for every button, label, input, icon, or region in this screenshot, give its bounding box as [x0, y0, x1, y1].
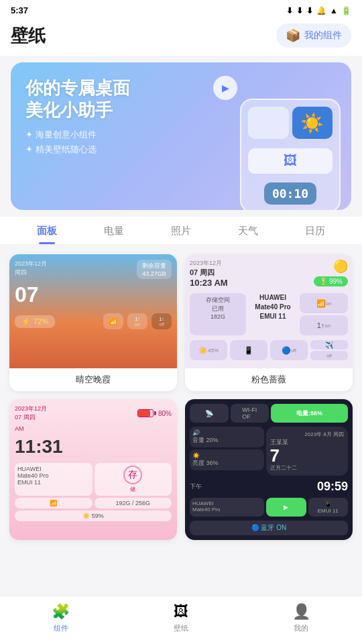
card-label-sunset: 晴空晚霞: [9, 368, 177, 391]
widget-box-icon: 📦: [286, 28, 300, 43]
nav-mine-label: 我的: [294, 623, 308, 633]
status-time: 5:37: [11, 5, 28, 15]
status-bar: 5:37 ⬇ ⬇ ⬇ 🔔 ▲ 🔋: [0, 0, 362, 18]
person-icon: 👤: [292, 603, 310, 621]
c1-battery: ⚡72%: [15, 315, 55, 328]
c1-weekday: 周四: [15, 268, 47, 277]
c2-bluetooth: 🔵off: [270, 340, 308, 360]
image-widget: 🖼: [248, 148, 333, 174]
tab-battery[interactable]: 电量: [99, 217, 129, 244]
c4-cal: 2023年 8月 周四 王某某 7 正月二十二: [266, 427, 349, 476]
c2-battery: 🔋 99%: [314, 276, 348, 286]
c4-phone: 📱EMUI 11: [308, 498, 349, 517]
status-icons: ⬇ ⬇ ⬇ 🔔 ▲ 🔋: [286, 6, 351, 15]
wifi-icon: ▲: [330, 6, 338, 15]
c4-person: 王某某: [270, 438, 345, 447]
nav-widget-label: 组件: [54, 623, 68, 633]
tab-photo[interactable]: 照片: [166, 217, 196, 244]
card-rose[interactable]: 2023年12月 07 周四 10:23 AM 🟡 🔋 99% 存储空间已用18…: [185, 254, 353, 391]
page-title: 壁纸: [11, 24, 46, 48]
download-icon-2: ⬇: [296, 6, 303, 15]
tab-panel-label: 面板: [37, 225, 57, 236]
c3-storage-gb: 192G / 256G: [95, 498, 172, 508]
card-sunset[interactable]: 2023年12月 周四 剩余容量43.27GB 07 ⚡72% 📶 1↑on 1…: [9, 254, 177, 391]
c4-model: HUAWEIMate40 Pro: [190, 498, 264, 517]
c1-day: 07: [15, 282, 172, 307]
card-label-rose: 粉色蔷薇: [185, 368, 353, 391]
phone-mockup: ☀️ 🖼 00:10: [240, 99, 341, 210]
c1-month: 2023年12月: [15, 260, 47, 268]
tab-calendar-label: 日历: [305, 225, 325, 236]
c4-battery: 电量:86%: [271, 404, 348, 423]
c4-top-row: 📡 WI-FIOF 电量:86%: [190, 404, 348, 423]
c4-middle: 🔊音量 20% ☀️亮度 36% 2023年 8月 周四 王某某 7 正月二十二: [190, 427, 348, 476]
c4-ampm: 下午: [190, 482, 202, 491]
c2-model: HUAWEIMate40 ProEMUI 11: [249, 293, 297, 321]
widget-icon: 🧩: [52, 603, 70, 621]
banner-feature-2: ✦ 精美壁纸随心选: [25, 144, 130, 156]
card-preview-rose: 2023年12月 07 周四 10:23 AM 🟡 🔋 99% 存储空间已用18…: [185, 254, 353, 368]
c1-storage-info: 剩余容量43.27GB: [137, 260, 172, 279]
c1-signal-on: 1↑on: [127, 313, 147, 329]
c1-wifi-icon: 📶: [103, 313, 123, 329]
c4-volume: 🔊音量 20%: [190, 427, 264, 447]
c2-screen: 📱: [230, 340, 267, 360]
c4-data-icon: 📡: [190, 404, 229, 423]
my-widget-button[interactable]: 📦 我的组件: [276, 23, 351, 48]
card-dark-partial[interactable]: 📡 WI-FIOF 电量:86% 🔊音量 20% ☀️亮度 36% 2023年 …: [185, 399, 353, 540]
card-pink-partial[interactable]: 2023年12月07 周四 80% AM 11:31 HUAWEIMate40 …: [9, 399, 177, 540]
nav-mine[interactable]: 👤 我的: [292, 603, 310, 633]
nav-widget[interactable]: 🧩 组件: [52, 603, 70, 633]
c2-signal: 1↑on: [300, 315, 348, 335]
banner-feature-1: ✦ 海量创意小组件: [25, 129, 130, 141]
c1-signal-off: 1↑off: [152, 313, 172, 329]
category-tabs: 面板 电量 照片 天气 日历: [0, 217, 362, 245]
c4-cal-header: 2023年 8月 周四: [270, 431, 345, 438]
clock-widget: 00:10: [264, 182, 316, 205]
c3-model-box: HUAWEIMate40 ProEMUI 11: [15, 463, 93, 496]
c2-wifi: 📶on: [300, 293, 348, 313]
nav-wallpaper-label: 壁纸: [174, 623, 188, 633]
card-preview-dark: 📡 WI-FIOF 电量:86% 🔊音量 20% ☀️亮度 36% 2023年 …: [185, 399, 353, 540]
tab-weather-label: 天气: [238, 225, 258, 236]
c3-battery: 80%: [137, 409, 172, 417]
c4-wifi-off: WI-FIOF: [231, 404, 269, 423]
c2-storage: 存储空间已用182G: [190, 293, 246, 335]
c3-widgets: HUAWEIMate40 ProEMUI 11 存 储 📶 192G / 256…: [15, 463, 172, 521]
c3-wifi-box: 📶: [15, 498, 93, 508]
c2-brightness: ☀️45%: [190, 340, 227, 360]
wallpaper-icon: 🖼: [174, 603, 188, 621]
wallpaper-grid: 2023年12月 周四 剩余容量43.27GB 07 ⚡72% 📶 1↑on 1…: [0, 245, 362, 549]
notification-icon: 🔔: [316, 6, 326, 15]
tab-panel[interactable]: 面板: [32, 217, 62, 244]
c2-month: 2023年12月: [190, 259, 228, 268]
c4-day: 7: [270, 447, 345, 464]
c4-lunar: 正月二十二: [270, 464, 345, 472]
download-icon-1: ⬇: [286, 6, 293, 15]
c3-ampm: AM: [15, 425, 172, 432]
banner: 你的专属桌面美化小助手 ✦ 海量创意小组件 ✦ 精美壁纸随心选 ▶ ☀️ 🖼 0…: [11, 62, 351, 210]
play-button[interactable]: ▶: [213, 76, 237, 100]
tab-weather[interactable]: 天气: [233, 217, 263, 244]
download-icon-3: ⬇: [306, 6, 313, 15]
nav-wallpaper[interactable]: 🖼 壁纸: [174, 603, 188, 633]
tab-battery-label: 电量: [104, 225, 124, 236]
tab-calendar[interactable]: 日历: [300, 217, 330, 244]
c2-emoji: 🟡: [333, 259, 348, 274]
c2-datetime: 07 周四: [190, 268, 228, 278]
banner-features: ✦ 海量创意小组件 ✦ 精美壁纸随心选: [25, 129, 130, 156]
battery-icon: 🔋: [341, 6, 351, 15]
c4-bright: ☀️亮度 36%: [190, 449, 264, 470]
c3-bright-box: ☀️ 59%: [15, 511, 172, 521]
banner-title: 你的专属桌面美化小助手: [25, 77, 130, 121]
weather-widget: ☀️: [292, 107, 333, 139]
c2-time: 10:23 AM: [190, 278, 228, 288]
card-preview-sunset: 2023年12月 周四 剩余容量43.27GB 07 ⚡72% 📶 1↑on 1…: [9, 254, 177, 368]
my-widget-label: 我的组件: [304, 30, 342, 42]
c4-bottom-row: HUAWEIMate40 Pro ▶ 📱EMUI 11: [190, 498, 348, 517]
c3-storage-box: 存 储: [95, 463, 172, 496]
tab-photo-label: 照片: [171, 225, 191, 236]
c3-date: 2023年12月07 周四: [15, 405, 47, 422]
banner-text: 你的专属桌面美化小助手 ✦ 海量创意小组件 ✦ 精美壁纸随心选: [25, 77, 130, 156]
c3-time: 11:31: [15, 436, 172, 458]
